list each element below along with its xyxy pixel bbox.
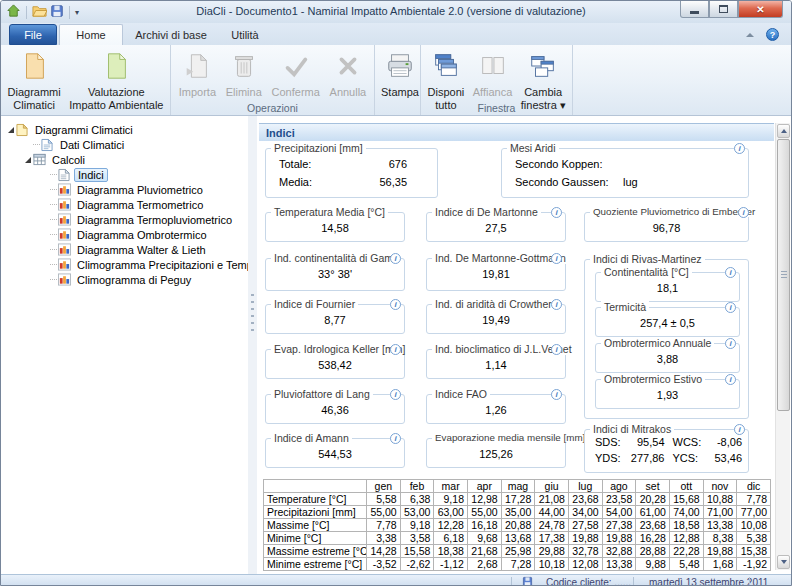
field-label: YDS: <box>595 452 624 464</box>
close-icon: ✕ <box>756 4 764 15</box>
annulla-button[interactable]: Annulla <box>326 48 371 101</box>
value-cell: 1,68 <box>703 558 737 571</box>
info-icon[interactable] <box>551 389 562 400</box>
ribbon-group-operazioni: Importa Elimina Conferma Annulla Operazi… <box>171 45 375 115</box>
maximize-button[interactable] <box>709 1 738 18</box>
info-icon[interactable] <box>390 433 401 444</box>
field-label: SDS: <box>595 436 624 448</box>
help-button[interactable]: ? <box>766 28 779 41</box>
box-label: Indice di De Martonne <box>432 206 541 218</box>
value-cell: 12,98 <box>467 493 501 506</box>
close-button[interactable]: ✕ <box>738 1 783 18</box>
tree-item[interactable]: Climogramma di Peguy <box>1 272 248 287</box>
field-label: Secondo Gaussen: <box>515 176 623 188</box>
chart-icon <box>58 243 74 256</box>
vertical-scrollbar[interactable] <box>775 123 790 570</box>
value-cell: 28,88 <box>636 545 670 558</box>
value-cell: 29,88 <box>535 545 569 558</box>
scroll-down-button[interactable] <box>777 555 790 569</box>
info-icon[interactable] <box>390 299 401 310</box>
box-label: Continentalità [°C] <box>601 266 692 278</box>
tree-item[interactable]: Diagrammi Climatici <box>1 122 248 137</box>
info-icon[interactable] <box>390 389 401 400</box>
status-separator <box>633 577 634 585</box>
info-icon[interactable] <box>390 253 401 264</box>
field-label: YCS: <box>673 452 707 464</box>
row-label-cell: Massime estreme [°C] <box>264 545 367 558</box>
affianca-button[interactable]: Affianca <box>469 48 517 101</box>
tab-archivi-di-base[interactable]: Archivi di base <box>125 24 217 45</box>
save-icon[interactable] <box>50 4 64 22</box>
tree-item[interactable]: Dati Climatici <box>1 137 248 152</box>
value-cell: 63,00 <box>434 506 468 519</box>
qat-dropdown-icon[interactable]: ▾ <box>75 9 79 17</box>
tab-utilita[interactable]: Utilità <box>219 24 271 45</box>
tree-item[interactable]: Diagramma Termometrico <box>1 197 248 212</box>
value-cell: 34,00 <box>568 506 602 519</box>
tree-item[interactable]: Climogramma Precipitazioni e Temperature <box>1 257 248 272</box>
tree-connector <box>50 234 57 235</box>
info-icon[interactable] <box>390 344 401 355</box>
tab-home[interactable]: Home <box>59 24 123 45</box>
tree-item[interactable]: Calcoli <box>1 152 248 167</box>
info-icon[interactable] <box>551 207 562 218</box>
info-icon[interactable] <box>551 253 562 264</box>
box-value: 19,81 <box>427 268 565 280</box>
valutazione-impatto-button[interactable]: Valutazione Impatto Ambientale <box>65 48 167 113</box>
info-icon[interactable] <box>551 299 562 310</box>
expand-arrow-icon[interactable] <box>22 156 33 164</box>
home-icon[interactable] <box>6 3 21 22</box>
value-cell: 15,58 <box>400 545 434 558</box>
collapse-ribbon-icon[interactable] <box>746 32 754 37</box>
tree-item[interactable]: Diagramma Pluviometrico <box>1 182 248 197</box>
tree-connector <box>50 279 57 280</box>
tree-item[interactable]: Indici <box>1 167 248 182</box>
importa-button[interactable]: Importa <box>175 48 220 101</box>
document-green-icon <box>101 50 131 84</box>
info-icon[interactable] <box>551 344 562 355</box>
tree-item[interactable]: Diagramma Walter & Lieth <box>1 242 248 257</box>
box-precipitazioni: Precipitazioni [mm] Totale:676 Media:56,… <box>265 148 438 198</box>
tree-connector <box>50 174 57 175</box>
box-mitrakos: Indici di Mitrakos SDS:95,54 WCS:-8,06 Y… <box>584 429 749 473</box>
tab-file[interactable]: File <box>9 24 57 45</box>
info-icon[interactable] <box>725 374 736 385</box>
value-cell: 24,78 <box>535 519 569 532</box>
codice-cliente-label: Codice cliente: ...... <box>546 577 631 585</box>
stampa-button[interactable]: Stampa <box>377 48 423 101</box>
table-row: Minime estreme [°C]-3,52-2,62-1,122,687,… <box>264 558 771 571</box>
tree-item-label: Climogramma Precipitazioni e Temperature <box>74 259 248 271</box>
tree-item[interactable]: Diagramma Termopluviometrico <box>1 212 248 227</box>
value-cell: 9,68 <box>467 532 501 545</box>
button-label: Conferma <box>272 86 320 99</box>
box-label: Termicità <box>601 301 649 313</box>
value-cell: 12,08 <box>568 558 602 571</box>
scrollbar-thumb[interactable] <box>777 139 790 411</box>
info-icon[interactable] <box>738 207 749 218</box>
tree-item[interactable]: Diagramma Ombrotermico <box>1 227 248 242</box>
chart-icon <box>58 198 74 211</box>
open-folder-icon[interactable] <box>32 3 47 22</box>
elimina-button[interactable]: Elimina <box>222 48 266 101</box>
splitter-handle[interactable] <box>248 116 257 576</box>
info-icon[interactable] <box>725 302 736 313</box>
scroll-up-button[interactable] <box>777 124 790 138</box>
box-lang: Pluviofattore di Lang 46,36 <box>265 394 405 424</box>
document-orange-icon <box>19 50 49 84</box>
info-icon[interactable] <box>725 267 736 278</box>
expand-arrow-icon[interactable] <box>5 126 16 134</box>
box-label: Precipitazioni [mm] <box>271 142 366 154</box>
info-icon[interactable] <box>734 143 745 154</box>
conferma-button[interactable]: Conferma <box>268 48 324 101</box>
info-icon[interactable] <box>725 338 736 349</box>
value-cell: 55,00 <box>367 506 401 519</box>
minimize-button[interactable] <box>680 1 709 18</box>
tree-item-label: Diagramma Ombrotermico <box>74 229 210 241</box>
box-label: Evap. Idrologica Keller [mm] <box>271 343 408 355</box>
yellow-doc-icon <box>16 123 32 137</box>
value-cell: 7,78 <box>367 519 401 532</box>
diagrammi-climatici-button[interactable]: Diagrammi Climatici <box>4 48 65 113</box>
group-label-finestra: Finestra <box>421 102 572 114</box>
x-cancel-icon <box>333 50 363 84</box>
info-icon[interactable] <box>734 424 745 435</box>
